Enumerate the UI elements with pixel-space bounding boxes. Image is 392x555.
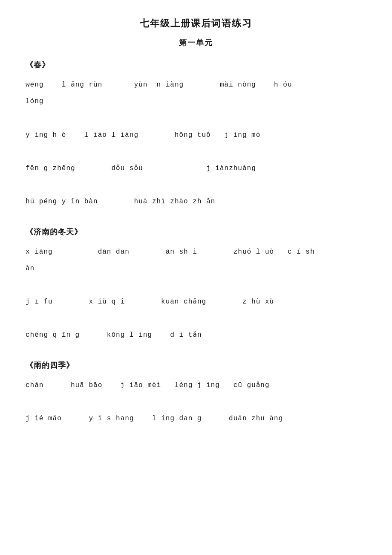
section-yu-title: 《雨的四季》 bbox=[26, 360, 366, 370]
pinyin-line: x iāng dān dan ān sh ì zhuó l uò c í sh bbox=[26, 245, 366, 260]
section-chun-title: 《春》 bbox=[26, 60, 366, 70]
pinyin-line bbox=[26, 311, 366, 326]
pinyin-line bbox=[26, 178, 366, 193]
pinyin-line: j ié máo y ī s hang l íng dan g duān zhu… bbox=[26, 411, 366, 426]
pinyin-line: àn bbox=[26, 261, 366, 276]
unit-title: 第一单元 bbox=[26, 38, 366, 48]
pinyin-line: wēng l ǎng rùn yùn n iàng mài nòng h óu bbox=[26, 78, 366, 92]
pinyin-line bbox=[26, 278, 366, 293]
pinyin-line bbox=[26, 145, 366, 159]
section-jinan: 《济南的冬天》 x iāng dān dan ān sh ì zhuó l uò… bbox=[26, 227, 366, 343]
pinyin-line: fēn g zhēng dǒu sǒu j iànzhuàng bbox=[26, 161, 366, 176]
pinyin-line bbox=[26, 395, 366, 410]
pinyin-line: chéng q īn g kōng l íng d ì tǎn bbox=[26, 328, 366, 343]
pinyin-line: j ī fū x iù q i kuān chǎng z hù xù bbox=[26, 295, 366, 309]
section-jinan-title: 《济南的冬天》 bbox=[26, 227, 366, 237]
pinyin-line: lóng bbox=[26, 94, 366, 109]
pinyin-line: hū péng y ǐn bàn huā zhī zhāo zh ǎn bbox=[26, 194, 366, 209]
pinyin-line bbox=[26, 111, 366, 126]
pinyin-line: chán huā bāo j iāo mèi léng j ìng cū guǎ… bbox=[26, 378, 366, 393]
page-title: 七年级上册课后词语练习 bbox=[26, 17, 366, 30]
jinan-pinyin-block: x iāng dān dan ān sh ì zhuó l uò c í sh … bbox=[26, 245, 366, 343]
section-yu: 《雨的四季》 chán huā bāo j iāo mèi léng j ìng… bbox=[26, 360, 366, 427]
yu-pinyin-block: chán huā bāo j iāo mèi léng j ìng cū guǎ… bbox=[26, 378, 366, 427]
section-chun: 《春》 wēng l ǎng rùn yùn n iàng mài nòng h… bbox=[26, 60, 366, 210]
pinyin-line: y ìng h è l iáo l iàng hōng tuō j ìng mò bbox=[26, 128, 366, 143]
chun-pinyin-block: wēng l ǎng rùn yùn n iàng mài nòng h óu … bbox=[26, 78, 366, 210]
